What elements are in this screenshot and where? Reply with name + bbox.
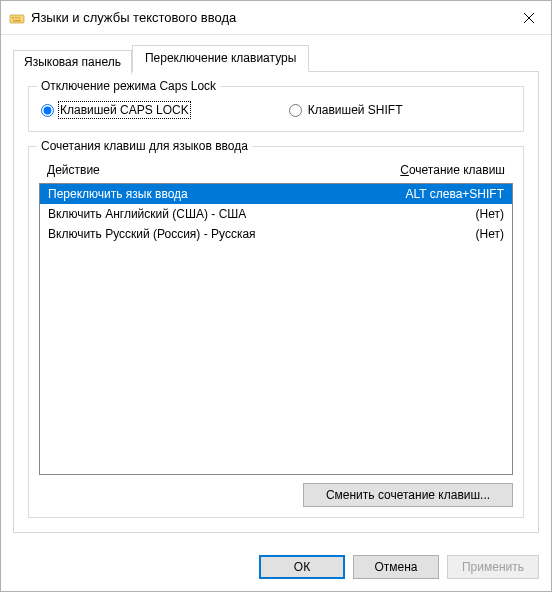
change-shortcut-button[interactable]: Сменить сочетание клавиш... (303, 483, 513, 507)
tab-keyboard-switch[interactable]: Переключение клавиатуры (132, 45, 309, 72)
tab-panel: Отключение режима Caps Lock Клавишей CAP… (13, 71, 539, 533)
radio-capslock-label: Клавишей CAPS LOCK (60, 103, 189, 117)
radio-capslock-input[interactable] (41, 104, 54, 117)
capslock-group: Отключение режима Caps Lock Клавишей CAP… (28, 86, 524, 132)
change-shortcut-row: Сменить сочетание клавиш... (39, 483, 513, 507)
close-button[interactable] (506, 2, 551, 34)
item-shortcut: ALT слева+SHIFT (406, 187, 505, 201)
svg-rect-0 (10, 15, 24, 23)
ok-button[interactable]: ОК (259, 555, 345, 579)
hotkeys-list[interactable]: Переключить язык ввода ALT слева+SHIFT В… (39, 183, 513, 475)
radio-capslock[interactable]: Клавишей CAPS LOCK (41, 103, 189, 117)
hotkeys-legend: Сочетания клавиш для языков ввода (37, 139, 252, 153)
hotkeys-group: Сочетания клавиш для языков ввода Действ… (28, 146, 524, 518)
svg-rect-1 (12, 17, 14, 19)
list-item[interactable]: Переключить язык ввода ALT слева+SHIFT (40, 184, 512, 204)
cancel-button[interactable]: Отмена (353, 555, 439, 579)
window-title: Языки и службы текстового ввода (31, 10, 506, 25)
dialog-footer: ОК Отмена Применить (1, 543, 551, 591)
item-action: Включить Английский (США) - США (48, 207, 476, 221)
close-icon (524, 13, 534, 23)
capslock-radios: Клавишей CAPS LOCK Клавишей SHIFT (39, 99, 513, 121)
item-action: Включить Русский (Россия) - Русская (48, 227, 476, 241)
radio-shift-label: Клавишей SHIFT (308, 103, 403, 117)
client-area: Языковая панель Переключение клавиатуры … (1, 35, 551, 543)
col-shortcut: Сочетание клавиш (400, 163, 505, 177)
radio-shift[interactable]: Клавишей SHIFT (289, 103, 403, 117)
window-frame: Языки и службы текстового ввода Языковая… (0, 0, 552, 592)
item-action: Переключить язык ввода (48, 187, 406, 201)
tab-language-panel[interactable]: Языковая панель (13, 50, 132, 74)
capslock-legend: Отключение режима Caps Lock (37, 79, 220, 93)
col-action: Действие (47, 163, 400, 177)
radio-shift-input[interactable] (289, 104, 302, 117)
item-shortcut: (Нет) (476, 207, 504, 221)
keyboard-icon (9, 10, 25, 26)
svg-rect-3 (18, 17, 20, 19)
list-header: Действие Сочетание клавиш (39, 159, 513, 181)
svg-rect-2 (15, 17, 17, 19)
svg-rect-4 (13, 20, 21, 22)
tab-strip: Языковая панель Переключение клавиатуры (13, 45, 539, 72)
apply-button[interactable]: Применить (447, 555, 539, 579)
titlebar: Языки и службы текстового ввода (1, 1, 551, 35)
list-item[interactable]: Включить Русский (Россия) - Русская (Нет… (40, 224, 512, 244)
list-item[interactable]: Включить Английский (США) - США (Нет) (40, 204, 512, 224)
item-shortcut: (Нет) (476, 227, 504, 241)
